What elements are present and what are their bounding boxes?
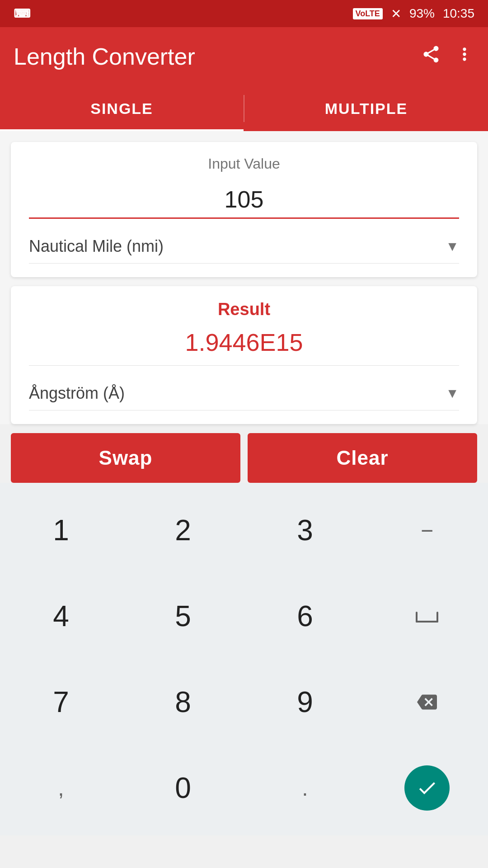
swap-button[interactable]: Swap — [11, 433, 240, 483]
app-bar: Length Converter — [0, 27, 488, 86]
keyboard-row-3: 7 8 9 — [0, 659, 488, 745]
clear-button[interactable]: Clear — [248, 433, 477, 483]
key-9[interactable]: 9 — [244, 659, 366, 745]
key-comma[interactable]: , — [0, 745, 122, 831]
key-enter-container — [366, 745, 488, 831]
key-5[interactable]: 5 — [122, 573, 244, 659]
key-6[interactable]: 6 — [244, 573, 366, 659]
keyboard-row-2: 4 5 6 — [0, 573, 488, 659]
key-2[interactable]: 2 — [122, 487, 244, 573]
input-unit-dropdown[interactable]: Nautical Mile (nmi) ▼ — [29, 230, 459, 264]
keyboard-row-1: 1 2 3 − — [0, 487, 488, 573]
share-icon[interactable] — [421, 44, 441, 69]
action-buttons: Swap Clear — [0, 433, 488, 483]
main-content: Input Value Nautical Mile (nmi) ▼ Result… — [0, 131, 488, 424]
input-unit-arrow-icon: ▼ — [446, 239, 459, 254]
key-space[interactable] — [366, 573, 488, 659]
volte-badge: VoLTE — [353, 8, 383, 19]
time-text: 10:35 — [443, 6, 474, 21]
key-backspace[interactable] — [366, 659, 488, 745]
tabs: SINGLE MULTIPLE — [0, 86, 488, 131]
result-value: 1.9446E15 — [29, 328, 459, 366]
result-unit-dropdown[interactable]: Ångström (Å) ▼ — [29, 377, 459, 410]
key-0[interactable]: 0 — [122, 745, 244, 831]
signal-icon: ✕ — [391, 6, 401, 21]
more-options-icon[interactable] — [455, 44, 474, 69]
input-value-field[interactable] — [29, 181, 459, 219]
key-dot[interactable]: . — [244, 745, 366, 831]
key-minus[interactable]: − — [366, 487, 488, 573]
app-bar-actions — [421, 44, 474, 69]
tab-single[interactable]: SINGLE — [0, 86, 244, 131]
result-unit-arrow-icon: ▼ — [446, 386, 459, 401]
key-1[interactable]: 1 — [0, 487, 122, 573]
battery-text: 93% — [409, 6, 435, 21]
input-label: Input Value — [29, 156, 459, 172]
numeric-keyboard: 1 2 3 − 4 5 6 7 8 9 , 0 . — [0, 483, 488, 835]
svg-rect-2 — [436, 612, 438, 623]
keyboard-row-4: , 0 . — [0, 745, 488, 831]
key-8[interactable]: 8 — [122, 659, 244, 745]
key-7[interactable]: 7 — [0, 659, 122, 745]
status-bar: ⌨ VoLTE ✕ 93% 10:35 — [0, 0, 488, 27]
tab-multiple[interactable]: MULTIPLE — [244, 86, 488, 131]
keyboard-icon: ⌨ — [14, 7, 31, 21]
result-card: Result 1.9446E15 Ångström (Å) ▼ — [11, 286, 477, 424]
input-unit-text: Nautical Mile (nmi) — [29, 237, 164, 256]
result-label: Result — [29, 300, 459, 319]
key-3[interactable]: 3 — [244, 487, 366, 573]
key-enter[interactable] — [404, 765, 450, 811]
svg-rect-0 — [416, 621, 438, 623]
svg-rect-1 — [416, 612, 418, 623]
app-title: Length Converter — [14, 43, 421, 70]
key-4[interactable]: 4 — [0, 573, 122, 659]
input-card: Input Value Nautical Mile (nmi) ▼ — [11, 142, 477, 277]
result-unit-text: Ångström (Å) — [29, 384, 125, 403]
